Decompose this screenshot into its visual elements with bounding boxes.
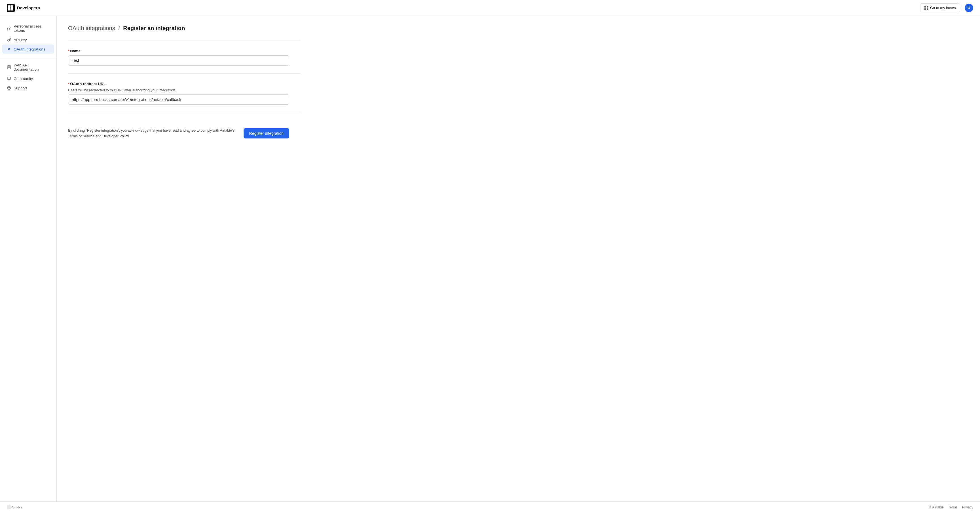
svg-rect-5 [924,6,926,8]
name-input[interactable] [68,55,289,65]
header-right: Go to my bases U [920,3,973,12]
svg-rect-14 [7,505,11,509]
developers-logo-icon [7,4,15,12]
footer-link-privacy[interactable]: Privacy [962,505,973,509]
svg-rect-4 [11,8,13,11]
sidebar: Personal access tokens API key OAuth int… [0,16,57,501]
grid-icon [924,6,928,10]
layout: Personal access tokens API key OAuth int… [0,16,980,501]
key-icon-2 [7,37,11,42]
oauth-redirect-label: *OAuth redirect URL [68,82,301,86]
sidebar-item-oauth-integrations[interactable]: OAuth integrations [2,45,54,54]
svg-rect-0 [7,4,15,12]
go-to-bases-button[interactable]: Go to my bases [920,3,960,12]
sidebar-divider [0,57,56,57]
sidebar-item-community[interactable]: Community [2,74,54,83]
link-icon [7,47,11,51]
oauth-required-marker: * [68,82,70,86]
name-required-marker: * [68,49,70,53]
sidebar-label-personal-access-tokens: Personal access tokens [14,24,49,33]
svg-rect-1 [8,5,11,8]
bottom-divider [68,113,301,113]
page-title: OAuth integrations / Register an integra… [68,25,301,32]
key-icon [7,26,11,31]
avatar[interactable]: U [965,4,973,12]
action-row: By clicking "Register integration", you … [68,121,289,146]
svg-rect-3 [8,8,11,11]
logo[interactable]: Developers [7,4,40,12]
avatar-initials: U [967,6,970,10]
go-to-bases-label: Go to my bases [930,6,956,10]
svg-rect-6 [927,6,928,8]
svg-rect-8 [927,8,928,10]
terms-text: By clicking "Register integration", you … [68,128,237,139]
main-content: OAuth integrations / Register an integra… [57,16,312,501]
svg-rect-2 [11,5,13,8]
sidebar-label-community: Community [14,76,33,81]
sidebar-label-api-key: API key [14,38,27,42]
oauth-redirect-form-group: *OAuth redirect URL Users will be redire… [68,82,301,105]
oauth-redirect-helper: Users will be redirected to this URL aft… [68,88,301,92]
circle-question-icon [7,86,11,90]
footer-brand-text: © Airtable [929,505,944,509]
airtable-footer-logo: Airtable [7,505,24,510]
chat-icon [7,76,11,81]
register-integration-button[interactable]: Register integration [243,128,289,139]
doc-icon [7,65,11,70]
footer-brand-area: Airtable [7,505,24,510]
sidebar-item-personal-access-tokens[interactable]: Personal access tokens [2,22,54,35]
sidebar-item-api-key[interactable]: API key [2,35,54,44]
footer-links: © Airtable Terms Privacy [929,505,973,509]
top-header: Developers Go to my bases U [0,0,980,16]
footer-link-terms[interactable]: Terms [948,505,958,509]
sidebar-item-support[interactable]: Support [2,83,54,92]
breadcrumb-current: Register an integration [123,25,185,31]
register-button-label: Register integration [249,131,283,135]
logo-text: Developers [17,5,40,10]
name-form-group: *Name [68,49,301,65]
sidebar-label-oauth-integrations: OAuth integrations [14,47,45,51]
breadcrumb-parent: OAuth integrations [68,25,115,31]
sidebar-label-support: Support [14,86,27,90]
svg-text:Airtable: Airtable [12,506,22,509]
footer: Airtable © Airtable Terms Privacy [0,501,980,513]
oauth-redirect-input[interactable] [68,94,289,105]
mid-divider [68,73,301,74]
sidebar-item-web-api-documentation[interactable]: Web API documentation [2,61,54,74]
breadcrumb-separator: / [118,25,120,31]
svg-rect-7 [924,8,926,10]
name-label-text: Name [70,49,81,53]
oauth-redirect-label-text: OAuth redirect URL [70,82,106,86]
name-label: *Name [68,49,301,53]
sidebar-label-web-api-documentation: Web API documentation [14,63,49,72]
